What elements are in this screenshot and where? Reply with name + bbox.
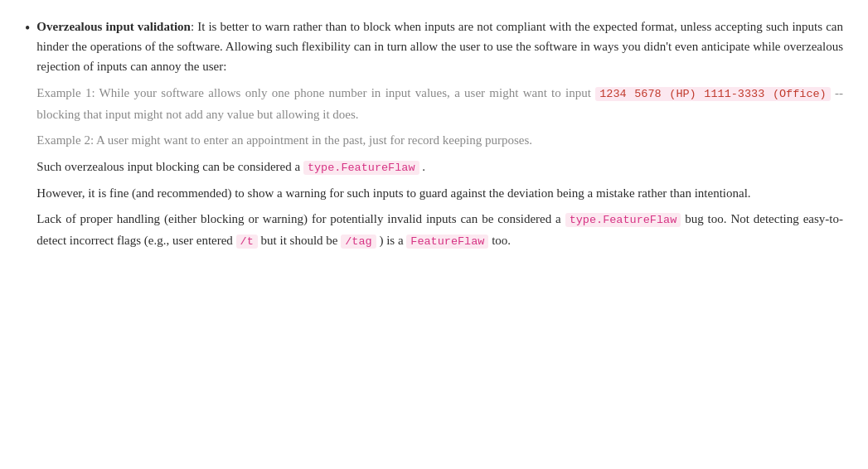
such-after: . (419, 160, 426, 173)
example1-code: 1234 5678 (HP) 1111-3333 (Office) (595, 87, 831, 101)
bullet-dot: • (25, 17, 30, 40)
content-area: • Overzealous input validation: It is be… (25, 17, 843, 257)
lack-end: ) is a (376, 234, 407, 247)
lack-code3: /tag (341, 234, 376, 249)
lack-code4: FeatureFlaw (406, 234, 488, 249)
such-code: type.FeatureFlaw (303, 161, 419, 175)
however-paragraph: However, it is fine (and recommended) to… (36, 183, 843, 205)
lack-code2: /t (236, 234, 258, 249)
heading-bold: Overzealous input validation (36, 20, 191, 33)
lack-code1: type.FeatureFlaw (565, 213, 681, 227)
such-paragraph: Such overzealous input blocking can be c… (36, 157, 843, 178)
example2-paragraph: Example 2: A user might want to enter an… (36, 130, 843, 152)
example2-text: Example 2: A user might want to enter an… (36, 133, 532, 147)
however-text: However, it is fine (and recommended) to… (36, 186, 750, 200)
main-paragraph: Overzealous input validation: It is bett… (36, 17, 843, 76)
example1-before: Example 1: While your software allows on… (36, 86, 595, 99)
bullet-content: Overzealous input validation: It is bett… (36, 17, 843, 257)
such-before: Such overzealous input blocking can be c… (36, 160, 303, 173)
example1-paragraph: Example 1: While your software allows on… (36, 83, 843, 125)
lack-final: too. (488, 234, 511, 247)
lack-before: Lack of proper handling (either blocking… (36, 212, 565, 225)
lack-middle2: but it should be (258, 234, 341, 247)
bullet-item: • Overzealous input validation: It is be… (25, 17, 843, 257)
lack-paragraph: Lack of proper handling (either blocking… (36, 209, 843, 252)
